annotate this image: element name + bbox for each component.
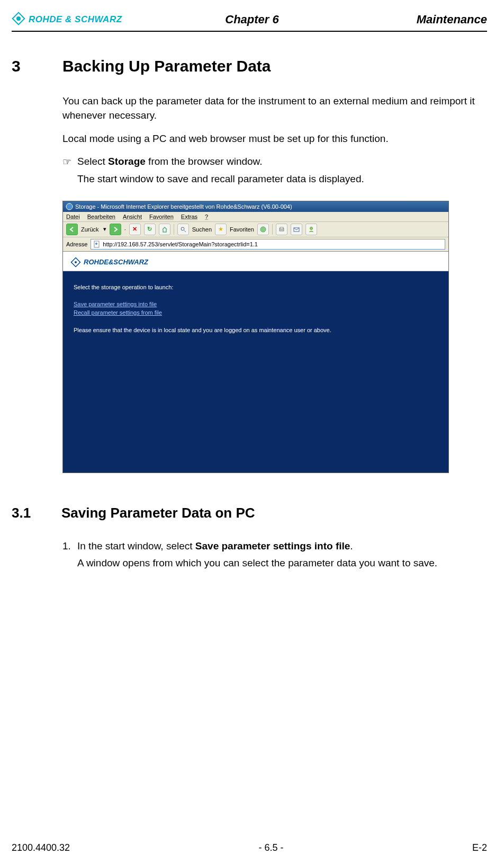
dropdown-icon[interactable]: ▾: [103, 226, 106, 233]
section-number: 3: [12, 57, 42, 75]
toolbar-separator: [272, 224, 273, 235]
forward-button[interactable]: [110, 224, 121, 235]
toolbar-separator: [174, 224, 174, 235]
print-button[interactable]: [276, 224, 287, 235]
menu-item[interactable]: Datei: [66, 213, 80, 220]
instruction-step: ☞ Select Storage from the browser window…: [62, 156, 487, 168]
save-parameters-link[interactable]: Save parameter settings into file: [74, 300, 438, 309]
favorites-button[interactable]: ★: [215, 224, 227, 235]
rs-logo-small: ROHDE&SCHWARZ: [70, 257, 441, 268]
favorites-label: Favoriten: [230, 226, 254, 233]
section-title: Backing Up Parameter Data: [62, 57, 271, 75]
menu-item[interactable]: Extras: [181, 213, 197, 220]
menu-item[interactable]: ?: [205, 213, 208, 220]
storage-page-content: Select the storage operation to launch: …: [63, 271, 448, 473]
logo-text: ROHDE & SCHWARZ: [29, 14, 122, 25]
browser-menubar: Datei Bearbeiten Ansicht Favoriten Extra…: [63, 212, 448, 222]
page-icon: [93, 241, 101, 248]
step-number: 1.: [62, 540, 72, 552]
subsection-number: 3.1: [12, 505, 44, 521]
stop-button[interactable]: ✕: [129, 224, 141, 235]
menu-item[interactable]: Ansicht: [123, 213, 142, 220]
menu-item[interactable]: Bearbeiten: [87, 213, 115, 220]
chapter-label: Chapter 6: [225, 13, 278, 26]
paragraph: You can back up the parameter data for t…: [62, 94, 487, 122]
numbered-step: 1. In the start window, select Save para…: [62, 540, 487, 552]
ie-icon: [66, 203, 73, 210]
recall-parameters-link[interactable]: Recall parameter settings from file: [74, 308, 438, 317]
window-title: Storage - Microsoft Internet Explorer be…: [75, 203, 292, 210]
address-bar-row: Adresse http://192.168.57.253/servlet/St…: [63, 237, 448, 252]
back-label: Zurück: [81, 226, 99, 233]
page-footer: 2100.4400.32 - 6.5 - E-2: [12, 842, 487, 853]
page-brand-header: ROHDE&SCHWARZ: [63, 252, 448, 271]
mail-button[interactable]: [291, 224, 302, 235]
section-label: Maintenance: [417, 13, 487, 26]
step-result: The start window to save and recall para…: [77, 173, 487, 185]
svg-rect-7: [280, 227, 283, 229]
brand-logo: ROHDE & SCHWARZ: [12, 12, 122, 28]
menu-item[interactable]: Favoriten: [149, 213, 174, 220]
search-button[interactable]: [177, 224, 189, 235]
browser-toolbar: Zurück ▾ · ✕ ↻ Suchen ★ Favoriten: [63, 222, 448, 237]
step-text: Select Storage from the browser window.: [77, 156, 487, 168]
refresh-button[interactable]: ↻: [144, 224, 156, 235]
page-header: ROHDE & SCHWARZ Chapter 6 Maintenance: [12, 12, 487, 32]
step-text: In the start window, select Save paramet…: [77, 540, 487, 552]
logo-diamond-icon: [12, 12, 25, 28]
separator: ·: [124, 226, 126, 233]
search-label: Suchen: [192, 226, 212, 233]
window-titlebar: Storage - Microsoft Internet Explorer be…: [63, 201, 448, 212]
svg-point-3: [181, 227, 184, 230]
svg-point-9: [310, 227, 312, 229]
address-url: http://192.168.57.253/servlet/StorageMai…: [103, 241, 258, 247]
page-number: - 6.5 -: [259, 842, 284, 853]
subsection-title: Saving Parameter Data on PC: [61, 505, 255, 521]
svg-point-11: [95, 243, 97, 245]
svg-line-4: [184, 230, 186, 232]
section-heading-3-1: 3.1 Saving Parameter Data on PC: [12, 505, 487, 521]
svg-point-5: [260, 227, 266, 232]
prompt-text: Select the storage operation to launch:: [74, 284, 438, 290]
pointer-icon: ☞: [62, 156, 72, 168]
address-label: Adresse: [66, 241, 87, 247]
address-input[interactable]: http://192.168.57.253/servlet/StorageMai…: [91, 239, 445, 250]
section-heading-3: 3 Backing Up Parameter Data: [12, 57, 487, 75]
home-button[interactable]: [159, 224, 170, 235]
svg-point-2: [66, 203, 73, 210]
svg-point-1: [17, 17, 20, 20]
step-result: A window opens from which you can select…: [77, 557, 487, 569]
svg-point-13: [75, 261, 77, 263]
doc-number: 2100.4400.32: [12, 842, 70, 853]
logo-diamond-icon: [70, 257, 81, 268]
messenger-button[interactable]: [305, 224, 317, 235]
browser-screenshot: Storage - Microsoft Internet Explorer be…: [62, 201, 449, 473]
note-text: Please ensure that the device is in loca…: [74, 327, 438, 333]
back-button[interactable]: [66, 224, 78, 235]
media-button[interactable]: [257, 224, 269, 235]
revision: E-2: [472, 842, 487, 853]
paragraph: Local mode using a PC and web browser mu…: [62, 132, 487, 146]
